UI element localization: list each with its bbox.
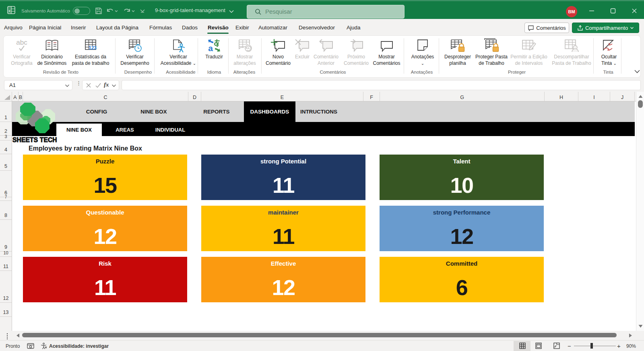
svg-text:123: 123 bbox=[89, 45, 97, 51]
svg-text:x: x bbox=[8, 9, 10, 13]
svg-text:abc: abc bbox=[16, 39, 27, 46]
svg-text:a: a bbox=[208, 43, 213, 52]
